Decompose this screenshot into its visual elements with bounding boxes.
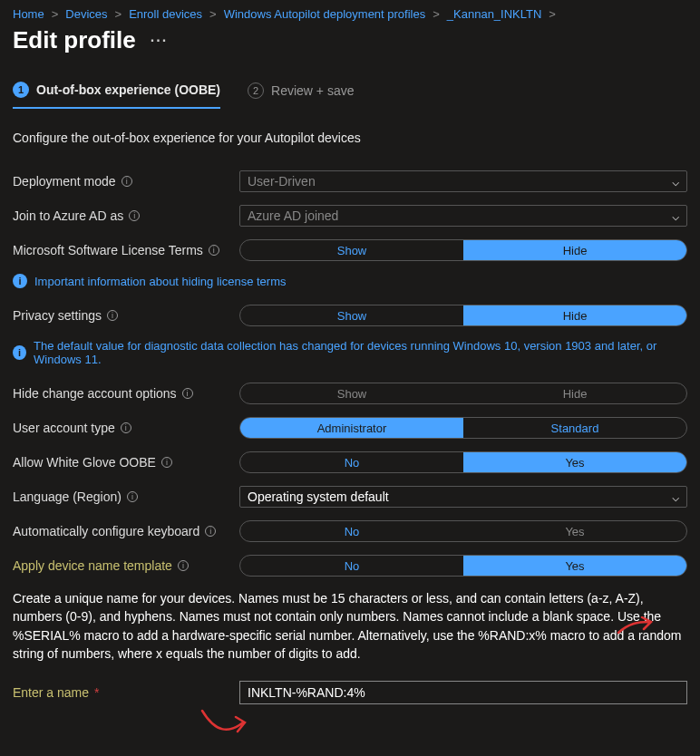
breadcrumb-enroll[interactable]: Enroll devices [129,7,202,21]
toggle-no[interactable]: No [240,521,463,541]
chevron-down-icon: ⌵ [672,489,679,504]
tab-label: Out-of-box experience (OOBE) [36,82,220,97]
label-enter-name: Enter a name * [13,685,239,700]
toggle-hide[interactable]: Hide [463,240,686,260]
info-icon[interactable]: i [121,422,131,433]
language-dropdown[interactable]: Operating system default ⌵ [239,486,687,508]
toggle-hide[interactable]: Hide [463,305,686,325]
user-account-type-toggle[interactable]: Administrator Standard [239,417,687,439]
info-icon[interactable]: i [122,176,132,187]
breadcrumb-profiles[interactable]: Windows Autopilot deployment profiles [224,7,426,21]
info-icon[interactable]: i [178,560,189,571]
chevron-down-icon: ⌵ [672,208,679,223]
license-terms-toggle[interactable]: Show Hide [239,239,687,261]
label-privacy: Privacy settings i [13,308,239,323]
breadcrumb-devices[interactable]: Devices [65,7,107,21]
label-language: Language (Region) i [13,489,239,504]
tab-oobe[interactable]: 1 Out-of-box experience (OOBE) [13,82,220,109]
label-license-terms: Microsoft Software License Terms i [13,243,239,257]
breadcrumb-sep: > [52,7,59,21]
hide-change-account-toggle[interactable]: Show Hide [239,383,687,404]
breadcrumb-sep: > [209,7,217,21]
white-glove-toggle[interactable]: No Yes [239,451,687,473]
info-icon: i [13,274,27,288]
label-hide-change-account: Hide change account options i [13,386,239,401]
join-aad-dropdown[interactable]: Azure AD joined ⌵ [239,205,687,227]
toggle-show[interactable]: Show [240,383,463,403]
toggle-show[interactable]: Show [240,305,463,325]
toggle-yes[interactable]: Yes [463,521,686,541]
toggle-no[interactable]: No [240,452,463,472]
breadcrumb-current[interactable]: _Kannan_INKLTN [447,7,542,21]
annotation-arrow-icon [198,706,252,739]
label-deployment-mode: Deployment mode i [13,174,239,189]
info-icon[interactable]: i [209,245,219,256]
tab-number-1: 1 [13,82,29,98]
label-auto-keyboard: Automatically configure keyboard i [13,524,239,538]
tab-number-2: 2 [248,82,264,99]
toggle-yes[interactable]: Yes [463,556,686,576]
toggle-no[interactable]: No [240,556,463,576]
chevron-down-icon: ⌵ [672,174,679,189]
info-icon[interactable]: i [129,210,140,221]
deployment-mode-dropdown[interactable]: User-Driven ⌵ [239,170,687,192]
page-title: Edit profile ··· [13,26,687,54]
breadcrumb-home[interactable]: Home [13,7,44,21]
info-icon[interactable]: i [182,388,193,399]
label-white-glove: Allow White Glove OOBE i [13,455,239,470]
privacy-toggle[interactable]: Show Hide [239,305,687,326]
privacy-info-text: The default value for diagnostic data co… [34,339,687,366]
required-marker: * [94,685,99,700]
auto-keyboard-toggle[interactable]: No Yes [239,520,687,542]
label-user-account-type: User account type i [13,421,239,435]
toggle-administrator[interactable]: Administrator [240,418,463,438]
toggle-yes[interactable]: Yes [463,452,686,472]
label-join-aad: Join to Azure AD as i [13,208,239,223]
tab-label: Review + save [271,83,354,98]
toggle-show[interactable]: Show [240,240,463,260]
breadcrumb-sep: > [549,7,556,21]
section-description: Configure the out-of-box experience for … [13,131,687,145]
name-template-toggle[interactable]: No Yes [239,555,687,577]
info-icon[interactable]: i [127,491,138,502]
license-info-link[interactable]: Important information about hiding licen… [34,275,286,288]
breadcrumb-sep: > [115,7,122,21]
info-icon[interactable]: i [161,457,172,468]
tab-review[interactable]: 2 Review + save [248,82,354,109]
device-name-input[interactable] [239,681,687,704]
toggle-hide[interactable]: Hide [463,383,686,403]
info-icon[interactable]: i [205,526,216,537]
breadcrumb-sep: > [433,7,440,21]
more-actions-icon[interactable]: ··· [151,33,168,49]
wizard-tabs: 1 Out-of-box experience (OOBE) 2 Review … [13,82,687,109]
info-icon[interactable]: i [107,310,118,321]
info-icon: i [13,345,26,360]
toggle-standard[interactable]: Standard [463,418,686,438]
label-name-template: Apply device name template i [13,558,239,573]
name-template-help: Create a unique name for your devices. N… [13,589,687,663]
breadcrumb: Home > Devices > Enroll devices > Window… [13,7,687,21]
